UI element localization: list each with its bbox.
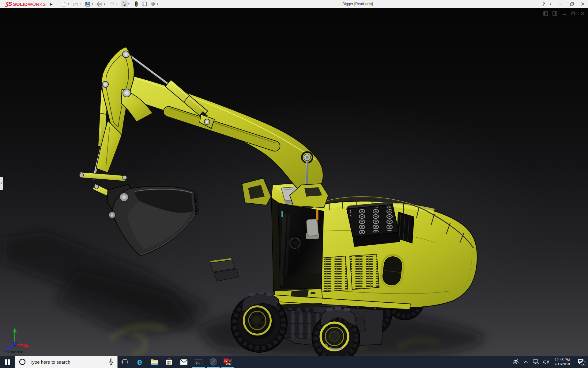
system-tray: 12:45 PM 7/11/2018 2 xyxy=(512,356,587,368)
start-button[interactable] xyxy=(0,356,15,368)
new-dropdown[interactable]: ▾ xyxy=(68,2,69,6)
taskbar-item-task-view[interactable] xyxy=(118,356,132,368)
volume-button[interactable] xyxy=(542,356,550,368)
action-center-button[interactable]: 2 xyxy=(575,356,587,368)
rebuild-button[interactable] xyxy=(133,1,140,7)
close-button[interactable] xyxy=(579,1,586,7)
options-tool: ▾ xyxy=(149,1,160,7)
options-dropdown[interactable]: ▾ xyxy=(157,2,158,6)
clock[interactable]: 12:45 PM 7/11/2018 xyxy=(552,358,572,366)
network-button[interactable] xyxy=(532,356,540,368)
window-controls: ? ▾ xyxy=(542,0,586,8)
tray-overflow-button[interactable] xyxy=(522,356,530,368)
taskbar-item-store[interactable] xyxy=(162,356,176,368)
tray-date: 7/11/2018 xyxy=(555,362,570,366)
doc-restore-button[interactable] xyxy=(570,11,576,16)
restore-button[interactable] xyxy=(568,1,575,7)
undo-button[interactable] xyxy=(109,1,115,7)
panel-left-icon xyxy=(543,11,548,16)
options-button[interactable] xyxy=(149,1,156,7)
tray-time: 12:45 PM xyxy=(555,358,570,362)
help-dropdown[interactable]: ▾ xyxy=(550,2,551,6)
select-cursor-icon xyxy=(122,2,126,6)
solidworks-logo: ƷS SOLID WORKS xyxy=(5,1,46,7)
view-orientation-label: *Dimetric xyxy=(5,350,23,354)
minimize-icon xyxy=(562,11,566,16)
microphone-icon[interactable] xyxy=(109,358,114,365)
3d-model-digger[interactable] xyxy=(0,8,588,356)
menu-expander-icon[interactable]: ▶ xyxy=(50,2,53,6)
restore-icon xyxy=(570,2,574,6)
restore-icon xyxy=(571,11,576,16)
chevron-up-icon xyxy=(524,361,528,363)
doc-close-button[interactable] xyxy=(579,11,586,16)
store-icon xyxy=(165,358,173,366)
upper-body xyxy=(210,178,477,311)
printer-icon xyxy=(97,2,103,7)
notification-badge: 2 xyxy=(581,361,586,366)
front-steps xyxy=(210,258,239,281)
print-button[interactable] xyxy=(96,1,103,7)
collapsed-panel-tab[interactable] xyxy=(0,177,3,190)
taskbar-item-command-prompt[interactable] xyxy=(191,356,206,368)
taskbar-item-composer[interactable] xyxy=(206,356,221,368)
open-button[interactable] xyxy=(72,1,79,7)
sw-year: 2017 xyxy=(226,362,232,365)
open-dropdown[interactable]: ▾ xyxy=(80,2,81,6)
brand-bold: SOLID xyxy=(13,2,28,7)
select-dropdown[interactable]: ▾ xyxy=(128,2,130,6)
save-floppy-icon xyxy=(85,2,90,7)
doc-minimize-button[interactable] xyxy=(561,11,567,16)
undo-dropdown[interactable]: ▾ xyxy=(116,2,118,6)
select-tool: ▾ xyxy=(121,1,131,7)
taskbar-item-edge[interactable]: e xyxy=(132,356,147,368)
dassault-mark-icon: ƷS xyxy=(5,1,12,7)
people-icon xyxy=(512,359,519,365)
print-tool: ▾ xyxy=(96,1,107,7)
open-folder-icon xyxy=(73,2,78,7)
solidworks-window: { "window": { "title": "Digger [Read-onl… xyxy=(0,0,588,368)
close-icon xyxy=(580,11,585,16)
minimize-button[interactable] xyxy=(557,1,564,7)
select-button[interactable] xyxy=(121,1,127,7)
search-input[interactable]: Type here to search xyxy=(15,356,118,368)
taskbar-item-mail[interactable] xyxy=(176,356,191,368)
undo-arrow-icon xyxy=(109,2,115,6)
new-document-button[interactable] xyxy=(60,1,67,7)
people-button[interactable] xyxy=(512,356,520,368)
cortana-icon xyxy=(19,358,26,366)
search-placeholder: Type here to search xyxy=(30,359,109,365)
save-button[interactable] xyxy=(85,1,91,7)
rebuild-stoplight-icon xyxy=(134,1,138,7)
document-window-controls xyxy=(543,11,586,16)
engine-grille-right xyxy=(350,254,379,289)
taskbar: Type here to search e S W 2017 xyxy=(0,356,588,368)
file-properties-button[interactable] xyxy=(141,1,148,7)
edge-icon: e xyxy=(137,357,142,366)
save-tool: ▾ xyxy=(85,1,95,7)
undo-tool: ▾ xyxy=(109,1,119,7)
featuremanager-pane-button[interactable] xyxy=(543,11,549,16)
task-view-icon xyxy=(122,359,128,365)
display-pane-button[interactable] xyxy=(552,11,558,16)
graphics-area[interactable]: *Dimetric xyxy=(0,8,588,356)
rebuild-tool xyxy=(133,1,140,7)
print-dropdown[interactable]: ▾ xyxy=(104,2,105,6)
mail-icon xyxy=(180,359,188,365)
open-tool: ▾ xyxy=(72,1,83,7)
taskbar-item-file-explorer[interactable] xyxy=(147,356,162,368)
taskbar-item-solidworks-2017[interactable]: S W 2017 xyxy=(221,356,235,368)
hexagon-app-icon xyxy=(209,358,217,366)
toolbar-separator xyxy=(56,1,56,7)
help-button[interactable]: ? xyxy=(542,2,545,6)
bucket xyxy=(107,184,199,256)
properties-list-icon xyxy=(142,2,147,6)
titlebar: ƷS SOLID WORKS ▶ ▾ ▾ ▾ ▾ ▾ ▾ xyxy=(0,0,588,8)
options-gear-icon xyxy=(150,1,156,7)
file-properties-tool xyxy=(141,1,148,7)
new-document-icon xyxy=(61,2,66,7)
orientation-triad xyxy=(2,327,32,352)
window-title: Digger [Read-only] xyxy=(342,2,373,6)
save-dropdown[interactable]: ▾ xyxy=(92,2,93,6)
file-explorer-icon xyxy=(150,358,158,365)
